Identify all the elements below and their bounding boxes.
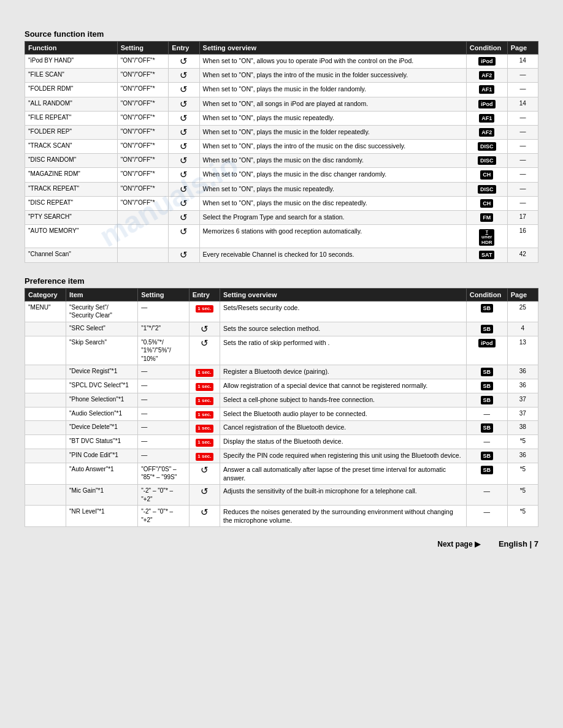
pref-category [25, 435, 66, 449]
pref-page: 4 [507, 322, 538, 336]
table-row: "SRC Select" "1"*/"2" ↺ Sets the source … [25, 322, 538, 336]
table-row: "MENU" "Security Set"/"Security Clear" —… [25, 301, 538, 322]
pref-item: "Auto Answer"*1 [66, 463, 137, 484]
pref-category [25, 407, 66, 421]
english-page-label: English | 7 [499, 539, 538, 548]
pref-condition: SB [466, 421, 507, 435]
pref-item: "SPCL DVC Select"*1 [66, 379, 137, 393]
pref-condition: — [466, 435, 507, 449]
source-setting [117, 225, 169, 248]
source-condition: FM [466, 210, 507, 224]
source-overview: When set to "ON", plays the intro of the… [199, 69, 466, 83]
source-page: — [507, 125, 538, 139]
source-overview: When set to "ON", plays the music repeat… [199, 182, 466, 196]
pref-item: "Security Set"/"Security Clear" [66, 301, 137, 322]
pref-page: *5 [507, 485, 538, 506]
source-section-title: Source function item [25, 29, 538, 39]
source-condition: iPod [466, 97, 507, 111]
pref-category [25, 421, 66, 435]
source-entry: ↺ [169, 125, 199, 139]
pref-overview: Specify the PIN code required when regis… [220, 449, 467, 463]
pref-item: "PIN Code Edit"*1 [66, 449, 137, 463]
next-page-label: Next page ▶ [437, 540, 480, 548]
source-setting: "ON"/"OFF"* [117, 69, 169, 83]
source-entry: ↺ [169, 83, 199, 97]
pref-category [25, 379, 66, 393]
pref-setting: "-2" – "0"* –"+2" [138, 506, 190, 527]
table-row: "Device Delete"*1 — 1 sec. Cancel regist… [25, 421, 538, 435]
source-page: — [507, 140, 538, 154]
source-overview: When set to "ON", plays the music on the… [199, 196, 466, 210]
pref-condition: SB [466, 393, 507, 407]
pref-condition: SB [466, 463, 507, 484]
source-page: — [507, 154, 538, 168]
table-row: "FOLDER REP" "ON"/"OFF"* ↺ When set to "… [25, 125, 538, 139]
table-row: "FOLDER RDM" "ON"/"OFF"* ↺ When set to "… [25, 83, 538, 97]
source-setting: "ON"/"OFF"* [117, 111, 169, 125]
pref-category [25, 393, 66, 407]
source-function: "FOLDER REP" [25, 125, 118, 139]
pref-overview: Register a Bluetooth device (pairing). [220, 365, 467, 379]
source-entry: ↺ [169, 210, 199, 224]
pref-page: 37 [507, 393, 538, 407]
source-condition: CH [466, 168, 507, 182]
pref-setting: "-2" – "0"* –"+2" [138, 485, 190, 506]
source-page: 17 [507, 210, 538, 224]
table-row: "Phone Selection"*1 — 1 sec. Select a ce… [25, 393, 538, 407]
source-overview: Memorizes 6 stations with good reception… [199, 225, 466, 248]
pref-setting: "OFF"/"0S" –"85"* – "99S" [138, 463, 190, 484]
table-row: "DISC REPEAT" "ON"/"OFF"* ↺ When set to … [25, 196, 538, 210]
source-page: — [507, 111, 538, 125]
pref-setting: "0.5%"*/"1%"/"5%"/"10%" [138, 336, 190, 365]
table-row: "SPCL DVC Select"*1 — 1 sec. Allow regis… [25, 379, 538, 393]
source-entry: ↺ [169, 168, 199, 182]
source-entry: ↺ [169, 97, 199, 111]
source-condition: DISC [466, 182, 507, 196]
source-condition: iPod [466, 55, 507, 69]
source-condition: CH [466, 196, 507, 210]
pref-condition: SB [466, 449, 507, 463]
pref-header-entry: Entry [189, 288, 220, 301]
source-entry: ↺ [169, 69, 199, 83]
pref-entry: 1 sec. [189, 379, 220, 393]
pref-item: "Mic Gain"*1 [66, 485, 137, 506]
table-row: "Channel Scan" ↺ Every receivable Channe… [25, 248, 538, 262]
pref-entry: 1 sec. [189, 407, 220, 421]
source-overview: Select the Program Type and search for a… [199, 210, 466, 224]
pref-entry: ↺ [189, 463, 220, 484]
source-entry: ↺ [169, 111, 199, 125]
pref-category [25, 463, 66, 484]
source-setting: "ON"/"OFF"* [117, 55, 169, 69]
source-entry: ↺ [169, 248, 199, 262]
table-row: "Device Regist"*1 — 1 sec. Register a Bl… [25, 365, 538, 379]
table-row: "TRACK SCAN" "ON"/"OFF"* ↺ When set to "… [25, 140, 538, 154]
pref-header-page: Page [507, 288, 538, 301]
source-entry: ↺ [169, 196, 199, 210]
pref-category [25, 506, 66, 527]
pref-overview: Cancel registration of the Bluetooth dev… [220, 421, 467, 435]
pref-category [25, 365, 66, 379]
pref-category: "MENU" [25, 301, 66, 322]
pref-page: 36 [507, 449, 538, 463]
source-setting: "ON"/"OFF"* [117, 182, 169, 196]
source-overview: When set to "ON", plays the intro of the… [199, 140, 466, 154]
source-function: "Channel Scan" [25, 248, 118, 262]
table-row: "NR Level"*1 "-2" – "0"* –"+2" ↺ Reduces… [25, 506, 538, 527]
pref-condition: SB [466, 301, 507, 322]
pref-item: "SRC Select" [66, 322, 137, 336]
source-setting: "ON"/"OFF"* [117, 168, 169, 182]
pref-entry: 1 sec. [189, 435, 220, 449]
pref-overview: Adjusts the sensitivity of the built-in … [220, 485, 467, 506]
source-overview: When set to "ON", plays the music in the… [199, 168, 466, 182]
table-row: "MAGAZINE RDM" "ON"/"OFF"* ↺ When set to… [25, 168, 538, 182]
source-setting: "ON"/"OFF"* [117, 97, 169, 111]
source-overview: Every receivable Channel is checked for … [199, 248, 466, 262]
pref-setting: "1"*/"2" [138, 322, 190, 336]
source-condition: AF1 [466, 111, 507, 125]
source-page: — [507, 168, 538, 182]
pref-setting: — [138, 407, 190, 421]
source-overview: When set to "ON", allows you to operate … [199, 55, 466, 69]
source-condition: AF1 [466, 83, 507, 97]
pref-overview: Allow registration of a special device t… [220, 379, 467, 393]
table-row: "TRACK REPEAT" "ON"/"OFF"* ↺ When set to… [25, 182, 538, 196]
